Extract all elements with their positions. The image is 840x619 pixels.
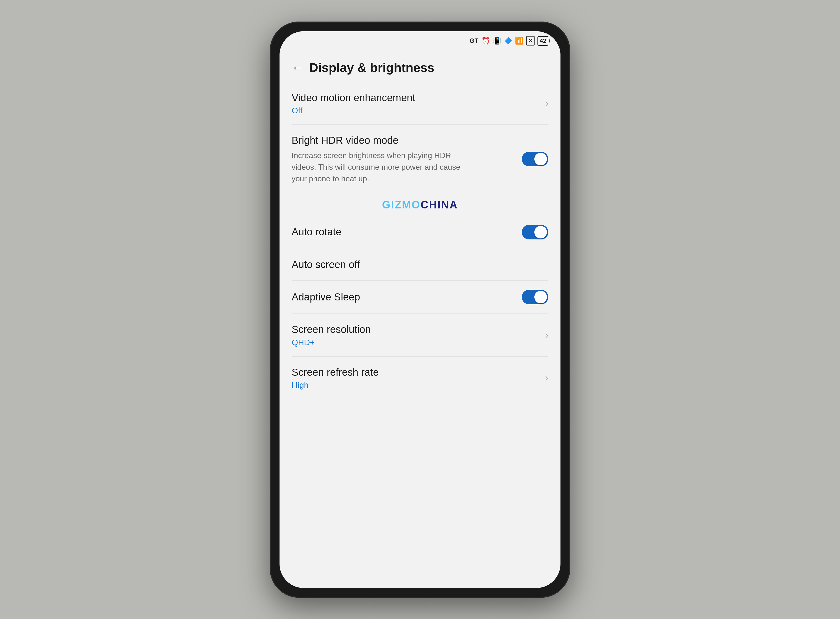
setting-left: Adaptive Sleep — [292, 290, 522, 304]
setting-subtitle: Off — [292, 106, 538, 115]
chevron-icon: › — [545, 98, 548, 109]
setting-title: Video motion enhancement — [292, 91, 538, 105]
setting-right — [522, 152, 548, 166]
chevron-icon: › — [545, 372, 548, 383]
settings-list: Video motion enhancement Off › Bright HD… — [280, 82, 560, 399]
setting-title: Screen refresh rate — [292, 366, 538, 379]
setting-auto-screen-off[interactable]: Auto screen off — [292, 249, 548, 281]
page-title: Display & brightness — [309, 60, 434, 75]
setting-left: Auto screen off — [292, 258, 548, 271]
phone-frame: GT ⏰ 📳 🔷 📶 ✕ 42 ← Display & brightness V… — [270, 22, 570, 598]
page-header: ← Display & brightness — [280, 51, 560, 82]
setting-bright-hdr-video-mode[interactable]: Bright HDR video mode Increase screen br… — [292, 125, 548, 194]
setting-title: Adaptive Sleep — [292, 290, 515, 304]
wifi-icon: 📶 — [515, 37, 523, 45]
alarm-icon: ⏰ — [482, 37, 490, 45]
setting-title: Bright HDR video mode — [292, 134, 515, 147]
setting-left: Bright HDR video mode Increase screen br… — [292, 134, 522, 184]
chevron-icon: › — [545, 330, 548, 341]
status-bar: GT ⏰ 📳 🔷 📶 ✕ 42 — [280, 31, 560, 51]
setting-right — [522, 290, 548, 304]
gt-label: GT — [469, 37, 479, 45]
setting-video-motion-enhancement[interactable]: Video motion enhancement Off › — [292, 82, 548, 125]
setting-title: Auto rotate — [292, 225, 515, 239]
setting-right: › — [545, 372, 548, 383]
setting-right: › — [545, 330, 548, 341]
hdr-toggle[interactable] — [522, 152, 548, 166]
battery-indicator: 42 — [538, 36, 548, 46]
watermark-gizmo: GIZMO — [382, 199, 421, 211]
setting-title: Screen resolution — [292, 323, 538, 336]
setting-left: Video motion enhancement Off — [292, 91, 545, 115]
watermark-china: CHINA — [421, 199, 458, 211]
setting-subtitle: High — [292, 380, 538, 390]
watermark: GIZMOCHINA — [292, 194, 548, 216]
setting-right: › — [545, 98, 548, 109]
bluetooth-icon: 🔷 — [504, 37, 512, 45]
status-icons: GT ⏰ 📳 🔷 📶 ✕ 42 — [469, 36, 548, 46]
setting-title: Auto screen off — [292, 258, 541, 271]
setting-description: Increase screen brightness when playing … — [292, 150, 461, 184]
adaptive-sleep-toggle[interactable] — [522, 290, 548, 304]
setting-adaptive-sleep[interactable]: Adaptive Sleep — [292, 281, 548, 314]
setting-left: Screen refresh rate High — [292, 366, 545, 390]
setting-left: Auto rotate — [292, 225, 522, 239]
setting-right — [522, 225, 548, 239]
setting-auto-rotate[interactable]: Auto rotate — [292, 216, 548, 249]
auto-rotate-toggle[interactable] — [522, 225, 548, 239]
back-button[interactable]: ← — [292, 61, 303, 74]
battery-level: 42 — [540, 37, 546, 44]
setting-subtitle: QHD+ — [292, 338, 538, 347]
signal-block-icon: ✕ — [526, 36, 535, 45]
vibrate-icon: 📳 — [493, 37, 502, 45]
setting-screen-resolution[interactable]: Screen resolution QHD+ › — [292, 314, 548, 357]
setting-screen-refresh-rate[interactable]: Screen refresh rate High › — [292, 357, 548, 399]
phone-screen: GT ⏰ 📳 🔷 📶 ✕ 42 ← Display & brightness V… — [280, 31, 560, 588]
setting-left: Screen resolution QHD+ — [292, 323, 545, 347]
